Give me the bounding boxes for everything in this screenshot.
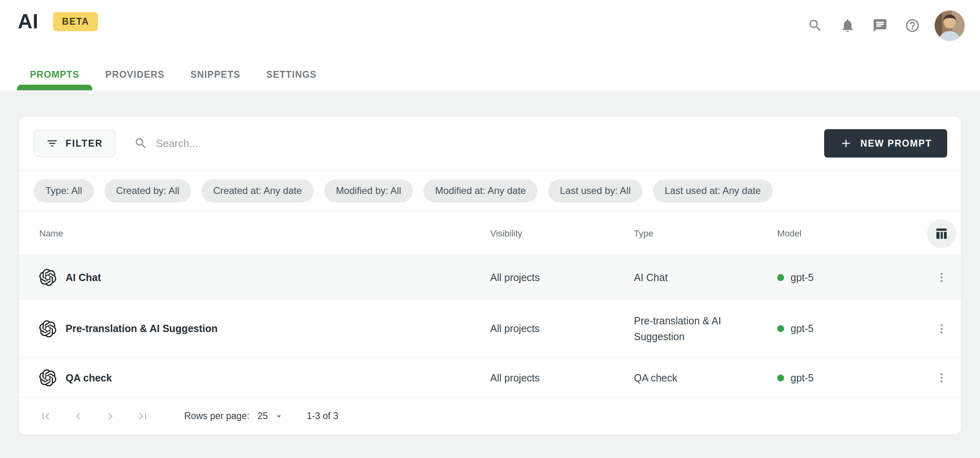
tab-label: SNIPPETS <box>190 69 240 80</box>
prompt-name: Pre-translation & AI Suggestion <box>66 323 218 334</box>
last-page-button[interactable] <box>136 410 149 423</box>
search-icon[interactable] <box>805 15 825 36</box>
prompt-name: AI Chat <box>66 272 101 283</box>
rows-per-page-label: Rows per page: <box>184 411 249 422</box>
search-icon <box>134 136 148 150</box>
model-name: gpt-5 <box>791 272 814 283</box>
filter-list-icon <box>46 137 58 149</box>
prompt-name: QA check <box>66 372 112 384</box>
column-settings-button[interactable] <box>927 219 956 248</box>
openai-logo-icon <box>39 320 56 337</box>
table-toolbar: FILTER NEW PROMPT <box>19 117 961 170</box>
filter-button-label: FILTER <box>66 138 103 149</box>
column-header-model: Model <box>777 228 907 239</box>
previous-page-icon <box>72 410 85 423</box>
column-header-type: Type <box>634 228 777 239</box>
tab-label: PROMPTS <box>30 69 79 80</box>
table-row[interactable]: Pre-translation & AI Suggestion All proj… <box>19 299 961 358</box>
cell-model: gpt-5 <box>777 323 907 334</box>
filter-chip-modified-at[interactable]: Modified at: Any date <box>423 179 538 202</box>
cell-type: Pre-translation & AI Suggestion <box>634 313 777 345</box>
cell-model: gpt-5 <box>777 272 907 283</box>
filter-chip-created-at[interactable]: Created at: Any date <box>202 179 314 202</box>
row-menu-button[interactable] <box>932 368 951 388</box>
cell-type: AI Chat <box>634 270 777 285</box>
tab-snippets[interactable]: SNIPPETS <box>177 59 253 90</box>
filter-chip-last-used-by[interactable]: Last used by: All <box>548 179 642 202</box>
cell-visibility: All projects <box>490 323 634 334</box>
top-header: AI BETA <box>0 0 980 91</box>
brand: AI BETA <box>18 10 98 33</box>
filter-chips-row: Type: All Created by: All Created at: An… <box>19 170 961 211</box>
table-columns-icon <box>934 226 949 241</box>
plus-icon <box>840 137 852 150</box>
user-avatar[interactable] <box>935 11 965 40</box>
help-icon[interactable] <box>902 15 923 36</box>
kebab-icon <box>935 271 948 283</box>
bell-icon[interactable] <box>838 15 858 36</box>
table-header: Name Visibility Type Model <box>19 211 961 256</box>
first-page-button[interactable] <box>39 410 52 423</box>
pagination-range: 1-3 of 3 <box>307 411 338 422</box>
column-header-visibility: Visibility <box>490 228 634 239</box>
tab-label: SETTINGS <box>266 69 317 80</box>
kebab-icon <box>935 323 948 335</box>
filter-chip-created-by[interactable]: Created by: All <box>104 179 191 202</box>
last-page-icon <box>136 410 149 423</box>
openai-logo-icon <box>39 269 56 286</box>
first-page-icon <box>39 410 52 423</box>
cell-model: gpt-5 <box>777 372 907 384</box>
next-page-button[interactable] <box>104 410 117 423</box>
model-name: gpt-5 <box>791 323 814 334</box>
page-content: FILTER NEW PROMPT Type: All Created by: … <box>0 91 980 458</box>
tab-prompts[interactable]: PROMPTS <box>17 59 92 90</box>
filter-chip-last-used-at[interactable]: Last used at: Any date <box>653 179 773 202</box>
previous-page-button[interactable] <box>72 410 85 423</box>
prompts-card: FILTER NEW PROMPT Type: All Created by: … <box>19 116 961 435</box>
search-input[interactable] <box>156 137 399 150</box>
beta-badge: BETA <box>53 12 98 31</box>
row-menu-button[interactable] <box>932 319 951 339</box>
cell-visibility: All projects <box>490 272 634 283</box>
row-menu-button[interactable] <box>932 268 951 287</box>
dropdown-caret-icon <box>274 411 284 422</box>
app-logo: AI <box>18 10 38 33</box>
app-root: AI BETA <box>0 0 980 458</box>
model-name: gpt-5 <box>791 372 814 384</box>
cell-type: QA check <box>634 370 777 386</box>
table-row[interactable]: QA check All projects QA check gpt-5 <box>19 358 961 397</box>
column-header-name: Name <box>39 228 490 239</box>
chat-icon[interactable] <box>870 15 890 36</box>
new-prompt-label: NEW PROMPT <box>861 138 932 149</box>
model-status-dot <box>777 375 784 381</box>
filter-button[interactable]: FILTER <box>34 130 115 157</box>
openai-logo-icon <box>39 369 56 386</box>
tab-label: PROVIDERS <box>105 69 164 80</box>
rows-per-page-select[interactable]: 25 <box>257 411 284 422</box>
tab-settings[interactable]: SETTINGS <box>253 59 330 90</box>
rows-per-page-value: 25 <box>257 411 268 422</box>
new-prompt-button[interactable]: NEW PROMPT <box>824 129 947 158</box>
active-tab-indicator <box>17 85 92 90</box>
table-row[interactable]: AI Chat All projects AI Chat gpt-5 <box>19 256 961 299</box>
search-box <box>134 136 824 150</box>
filter-chip-modified-by[interactable]: Modified by: All <box>324 179 413 202</box>
cell-visibility: All projects <box>490 372 634 384</box>
header-actions <box>805 11 965 40</box>
next-page-icon <box>104 410 117 423</box>
model-status-dot <box>777 325 784 332</box>
tab-providers[interactable]: PROVIDERS <box>92 59 177 90</box>
model-status-dot <box>777 274 784 281</box>
pagination-bar: Rows per page: 25 1-3 of 3 <box>19 397 961 435</box>
filter-chip-type[interactable]: Type: All <box>34 179 94 202</box>
main-tabs: PROMPTS PROVIDERS SNIPPETS SETTINGS <box>17 59 330 90</box>
kebab-icon <box>935 372 948 384</box>
